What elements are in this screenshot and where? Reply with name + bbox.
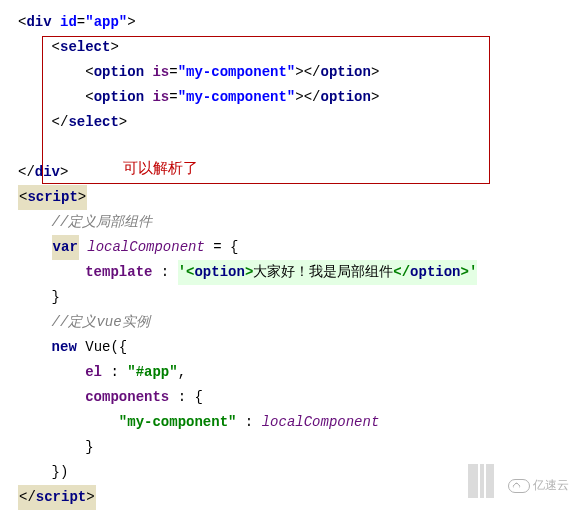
code-line: new Vue({	[18, 335, 579, 360]
code-block: <div id="app"> <select> <option is="my-c…	[0, 0, 579, 510]
code-line: <select>	[18, 35, 579, 60]
code-line: }	[18, 435, 579, 460]
code-line: el : "#app",	[18, 360, 579, 385]
code-line: <div id="app">	[18, 10, 579, 35]
code-line: <option is="my-component"></option>	[18, 60, 579, 85]
code-line: var localComponent = {	[18, 235, 579, 260]
code-line: components : {	[18, 385, 579, 410]
code-line: <script>	[18, 185, 579, 210]
watermark-bars-icon	[468, 464, 494, 498]
code-line: //定义局部组件	[18, 210, 579, 235]
code-line: }	[18, 285, 579, 310]
cloud-icon	[508, 479, 530, 493]
code-line: </div>	[18, 160, 579, 185]
code-line: <option is="my-component"></option>	[18, 85, 579, 110]
code-line: })	[18, 460, 579, 485]
code-line: </script>	[18, 485, 579, 510]
code-line: </select>	[18, 110, 579, 135]
code-line: template : '<option>大家好！我是局部组件</option>'	[18, 260, 579, 285]
code-line: "my-component" : localComponent	[18, 410, 579, 435]
annotation-text: 可以解析了	[123, 155, 198, 180]
watermark-logo: 亿速云	[508, 473, 569, 498]
watermark-text: 亿速云	[533, 473, 569, 498]
code-line: //定义vue实例	[18, 310, 579, 335]
code-line	[18, 135, 579, 160]
